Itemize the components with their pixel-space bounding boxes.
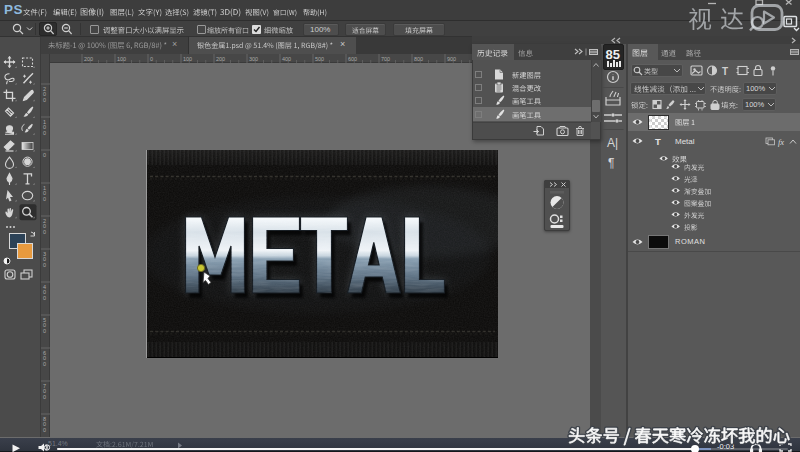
svg-text:300: 300 — [249, 56, 258, 62]
svg-text:fx: fx — [778, 137, 784, 147]
svg-text:500: 500 — [315, 56, 324, 62]
svg-text:900: 900 — [447, 56, 456, 62]
svg-text:0: 0 — [150, 56, 153, 62]
svg-text:100: 100 — [117, 56, 126, 62]
svg-text:0: 0 — [43, 152, 46, 158]
svg-text:0: 0 — [43, 229, 46, 235]
svg-text:200: 200 — [216, 56, 225, 62]
svg-text:800: 800 — [414, 56, 423, 62]
svg-text:¶: ¶ — [608, 156, 614, 170]
svg-text:85: 85 — [606, 47, 620, 62]
svg-text:0: 0 — [43, 328, 46, 334]
svg-text:T: T — [722, 66, 728, 77]
svg-text:600: 600 — [348, 56, 357, 62]
svg-text:0: 0 — [43, 361, 46, 367]
svg-text:100: 100 — [183, 56, 192, 62]
svg-text:0: 0 — [43, 196, 46, 202]
svg-text:200: 200 — [84, 56, 93, 62]
svg-text:700: 700 — [381, 56, 390, 62]
svg-text:0: 0 — [43, 97, 46, 103]
svg-text:A|: A| — [607, 136, 618, 150]
svg-text:400: 400 — [282, 56, 291, 62]
svg-text:0: 0 — [43, 262, 46, 268]
svg-text:0: 0 — [43, 130, 46, 136]
svg-text:0: 0 — [43, 295, 46, 301]
svg-text:0: 0 — [43, 427, 46, 433]
svg-text:0: 0 — [43, 394, 46, 400]
